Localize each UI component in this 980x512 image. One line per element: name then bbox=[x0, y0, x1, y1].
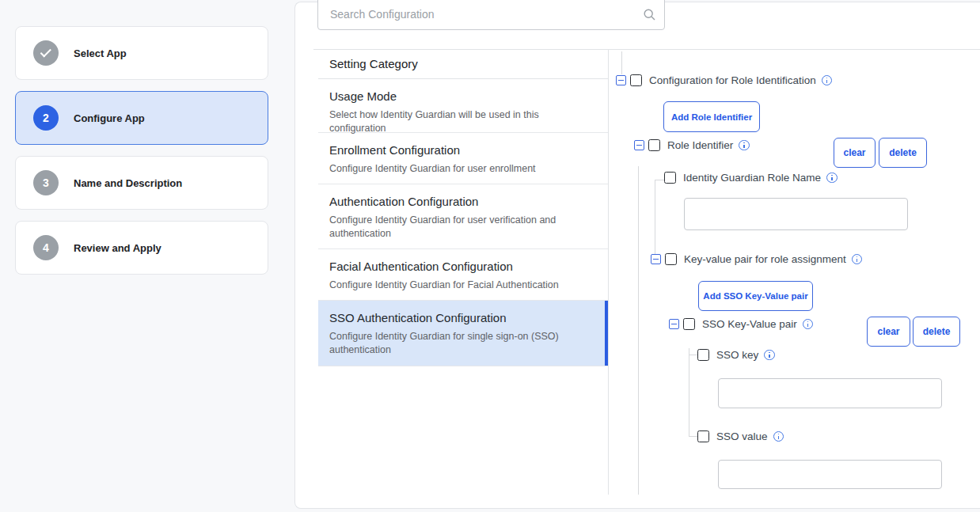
step-card-name-description[interactable]: 3 Name and Description bbox=[15, 156, 268, 210]
tree-connector bbox=[638, 166, 639, 495]
tree-node-label: SSO Key-Value pair bbox=[702, 318, 797, 330]
sso-value-input[interactable] bbox=[718, 460, 942, 489]
tree-node-label: SSO key bbox=[716, 349, 758, 361]
node-checkbox[interactable] bbox=[697, 349, 709, 361]
tree-node-label: SSO value bbox=[716, 430, 768, 442]
tree-connector bbox=[655, 180, 664, 180]
search-icon bbox=[643, 8, 656, 21]
collapse-icon[interactable] bbox=[616, 75, 626, 85]
setting-category-header: Setting Category bbox=[318, 49, 608, 79]
category-row-usage-mode[interactable]: Usage Mode Select how Identity Guardian … bbox=[318, 79, 608, 133]
clear-role-identifier-button[interactable]: clear bbox=[834, 138, 876, 168]
tree-node-label: Role Identifier bbox=[667, 139, 733, 151]
step-label: Review and Apply bbox=[74, 242, 161, 254]
add-role-identifier-button[interactable]: Add Role Identifier bbox=[663, 101, 760, 132]
add-sso-key-value-pair-button[interactable]: Add SSO Key-Value pair bbox=[698, 281, 813, 311]
collapse-icon[interactable] bbox=[669, 319, 679, 329]
tree-node-kv-pair-role-assignment: Key-value pair for role assignment bbox=[651, 253, 862, 265]
category-row-facial-authentication[interactable]: Facial Authentication Configuration Conf… bbox=[318, 249, 608, 301]
selected-indicator-bar bbox=[605, 301, 608, 366]
tree-connector bbox=[621, 51, 622, 74]
tree-node-sso-key: SSO key bbox=[697, 349, 775, 361]
info-icon[interactable] bbox=[803, 319, 814, 330]
collapse-icon[interactable] bbox=[651, 254, 661, 264]
category-title: Usage Mode bbox=[329, 89, 584, 103]
category-title: Facial Authentication Configuration bbox=[329, 260, 584, 273]
node-checkbox[interactable] bbox=[697, 430, 709, 442]
step-label: Select App bbox=[74, 47, 127, 59]
tree-node-label: Key-value pair for role assignment bbox=[684, 253, 846, 265]
tree-node-sso-key-value-pair: SSO Key-Value pair bbox=[669, 318, 813, 330]
tree-node-role-name: Identity Guardian Role Name bbox=[664, 172, 838, 184]
info-icon[interactable] bbox=[826, 173, 838, 184]
info-icon[interactable] bbox=[773, 431, 784, 442]
tree-node-role-identification: Configuration for Role Identification bbox=[616, 74, 832, 86]
role-name-input[interactable] bbox=[684, 198, 908, 230]
node-checkbox[interactable] bbox=[664, 172, 676, 184]
search-input[interactable] bbox=[317, 0, 665, 30]
delete-role-identifier-button[interactable]: delete bbox=[879, 138, 927, 168]
node-checkbox[interactable] bbox=[665, 253, 677, 265]
info-icon[interactable] bbox=[852, 254, 863, 265]
tree-node-label: Identity Guardian Role Name bbox=[683, 172, 821, 184]
info-icon[interactable] bbox=[764, 350, 775, 361]
category-title: Authentication Configuration bbox=[329, 195, 584, 208]
info-icon[interactable] bbox=[822, 75, 833, 86]
tree-node-role-identifier: Role Identifier bbox=[634, 139, 750, 151]
step-number-badge: 3 bbox=[33, 170, 59, 195]
step-done-badge bbox=[33, 40, 59, 66]
category-desc: Configure Identity Guardian for user ver… bbox=[329, 214, 584, 241]
step-label: Configure App bbox=[74, 112, 145, 124]
step-card-review-apply[interactable]: 4 Review and Apply bbox=[15, 221, 268, 275]
check-icon bbox=[40, 46, 51, 57]
node-checkbox[interactable] bbox=[683, 318, 695, 330]
tree-connector bbox=[689, 348, 689, 437]
category-title: SSO Authentication Configuration bbox=[329, 311, 584, 324]
category-title: Enrollment Configuration bbox=[329, 143, 584, 157]
step-label: Name and Description bbox=[74, 177, 182, 189]
category-desc: Configure Identity Guardian for user enr… bbox=[329, 162, 584, 176]
configuration-wizard-page: Select App 2 Configure App 3 Name and De… bbox=[0, 0, 980, 512]
step-card-configure-app[interactable]: 2 Configure App bbox=[15, 91, 268, 145]
category-row-enrollment[interactable]: Enrollment Configuration Configure Ident… bbox=[318, 133, 608, 184]
tree-node-label: Configuration for Role Identification bbox=[649, 74, 816, 86]
node-checkbox[interactable] bbox=[648, 139, 660, 151]
step-card-select-app[interactable]: Select App bbox=[15, 26, 268, 80]
delete-sso-pair-button[interactable]: delete bbox=[913, 317, 960, 347]
panel-divider bbox=[608, 49, 609, 495]
category-row-sso-authentication[interactable]: SSO Authentication Configuration Configu… bbox=[318, 301, 608, 366]
tree-node-sso-value: SSO value bbox=[697, 430, 784, 442]
info-icon[interactable] bbox=[739, 140, 750, 151]
category-desc: Configure Identity Guardian for single s… bbox=[329, 330, 584, 357]
sso-key-input[interactable] bbox=[718, 378, 942, 408]
step-number-badge: 4 bbox=[33, 235, 59, 260]
node-checkbox[interactable] bbox=[630, 74, 642, 86]
tree-connector bbox=[689, 436, 697, 437]
collapse-icon[interactable] bbox=[634, 140, 644, 150]
category-row-authentication[interactable]: Authentication Configuration Configure I… bbox=[318, 184, 608, 249]
tree-connector bbox=[655, 180, 655, 254]
step-number-badge: 2 bbox=[33, 105, 59, 131]
category-desc: Select how Identity Guardian will be use… bbox=[329, 108, 584, 135]
category-desc: Configure Identity Guardian for Facial A… bbox=[329, 279, 584, 292]
clear-sso-pair-button[interactable]: clear bbox=[867, 317, 910, 347]
tree-connector bbox=[689, 355, 697, 355]
